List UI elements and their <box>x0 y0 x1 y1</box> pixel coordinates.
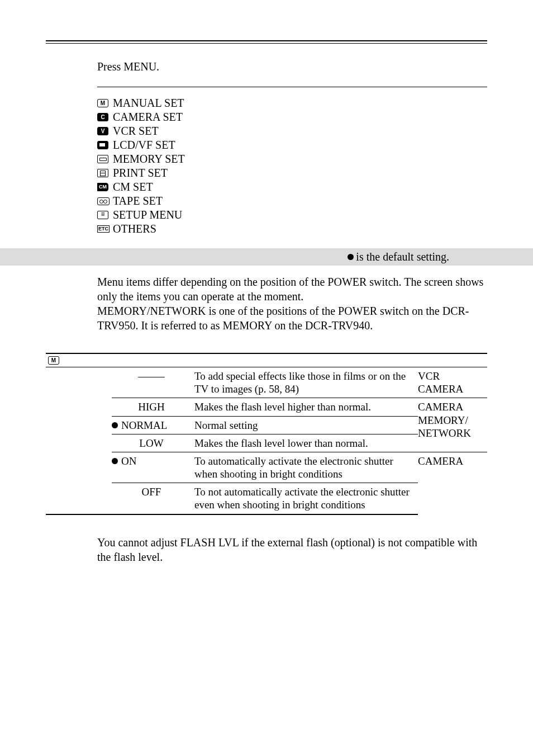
icon-label: PRINT SET <box>113 166 168 180</box>
description-cell: To not automatically activate the electr… <box>194 483 418 514</box>
item-cell <box>46 483 112 514</box>
setup-menu-icon <box>97 211 108 219</box>
icon-label: TAPE SET <box>113 194 163 208</box>
lcd-vf-set-icon <box>97 141 108 149</box>
table-section-header: M <box>46 353 487 367</box>
description-cell: Makes the flash level higher than normal… <box>194 398 418 416</box>
power-cell: CAMERA <box>418 452 487 514</box>
power-line: MEMORY/ <box>418 414 484 427</box>
default-setting-bar: is the default setting. <box>0 248 533 266</box>
description-cell: To add special effects like those in fil… <box>194 367 418 398</box>
description-cell: Normal setting <box>194 416 418 434</box>
table-row: ––––– To add special effects like those … <box>46 367 487 398</box>
icon-row-setup-menu: SETUP MENU <box>97 208 487 222</box>
page-top-rule <box>46 40 487 44</box>
power-line: NETWORK <box>418 427 484 440</box>
paragraph-line-1: Menu items differ depending on the posit… <box>97 275 487 304</box>
vcr-set-icon: V <box>97 127 108 135</box>
power-line: CAMERA <box>418 382 484 395</box>
icon-row-manual-set: M MANUAL SET <box>97 96 487 110</box>
intro-text: Press MENU. <box>97 60 487 73</box>
mode-value: ON <box>121 455 136 467</box>
settings-table: ––––– To add special effects like those … <box>46 367 487 515</box>
default-setting-text: is the default setting. <box>356 251 449 263</box>
paragraph-line-2: MEMORY/NETWORK is one of the positions o… <box>97 304 487 333</box>
icon-label: OTHERS <box>113 222 156 236</box>
mode-value: HIGH <box>138 400 165 413</box>
print-set-icon <box>97 169 108 177</box>
icon-row-camera-set: C CAMERA SET <box>97 110 487 124</box>
manual-set-section-icon: M <box>48 356 59 365</box>
icon-label: MEMORY SET <box>113 152 185 166</box>
power-line: CAMERA <box>418 455 484 467</box>
item-cell <box>46 434 112 452</box>
item-cell <box>46 452 112 483</box>
icon-row-others: ETC OTHERS <box>97 222 487 236</box>
mode-cell: ON <box>112 452 194 483</box>
mode-value: LOW <box>139 437 163 450</box>
power-line: VCR <box>418 370 484 382</box>
mode-value: OFF <box>142 485 161 498</box>
power-cell: VCR CAMERA <box>418 367 487 398</box>
default-dot-icon <box>112 422 118 428</box>
table-row: ON To automatically activate the electro… <box>46 452 487 483</box>
camera-set-icon: C <box>97 113 108 121</box>
icon-row-lcd-vf-set: LCD/VF SET <box>97 138 487 152</box>
others-icon: ETC <box>97 225 110 233</box>
memory-set-icon <box>97 155 108 163</box>
description-cell: Makes the flash level lower than normal. <box>194 434 418 452</box>
icon-label: LCD/VF SET <box>113 138 175 152</box>
table-row: HIGH Makes the flash level higher than n… <box>46 398 487 416</box>
power-line: CAMERA <box>418 400 484 413</box>
mode-cell: LOW <box>112 434 194 452</box>
icon-label: VCR SET <box>113 124 159 138</box>
intro-underline <box>97 87 487 87</box>
icon-row-vcr-set: V VCR SET <box>97 124 487 138</box>
mode-cell: OFF <box>112 483 194 514</box>
icon-label: CM SET <box>113 180 153 194</box>
explanatory-paragraph: Menu items differ depending on the posit… <box>97 275 487 333</box>
icon-list: M MANUAL SET C CAMERA SET V VCR SET LCD/… <box>97 96 487 236</box>
item-cell <box>46 398 112 416</box>
manual-set-icon: M <box>97 99 108 107</box>
icon-row-print-set: PRINT SET <box>97 166 487 180</box>
icon-label: SETUP MENU <box>113 208 182 222</box>
icon-row-memory-set: MEMORY SET <box>97 152 487 166</box>
power-cell: CAMERA MEMORY/ NETWORK <box>418 398 487 452</box>
settings-table-area: M ––––– To add special effects like thos… <box>46 353 487 515</box>
icon-row-tape-set: TAPE SET <box>97 194 487 208</box>
mode-value: ––––– <box>138 370 165 382</box>
cm-set-icon: CM <box>97 183 108 191</box>
description-cell: To automatically activate the electronic… <box>194 452 418 483</box>
note-text: You cannot adjust FLASH LVL if the exter… <box>97 535 487 564</box>
mode-value: NORMAL <box>121 419 167 432</box>
default-dot-icon <box>348 254 354 260</box>
mode-cell: HIGH <box>112 398 194 416</box>
default-dot-icon <box>112 458 118 464</box>
mode-cell: ––––– <box>112 367 194 398</box>
icon-label: MANUAL SET <box>113 96 184 110</box>
mode-cell: NORMAL <box>112 416 194 434</box>
icon-label: CAMERA SET <box>113 110 183 124</box>
icon-row-cm-set: CM CM SET <box>97 180 487 194</box>
item-cell <box>46 416 112 434</box>
tape-set-icon <box>97 197 110 205</box>
item-cell <box>46 367 112 398</box>
